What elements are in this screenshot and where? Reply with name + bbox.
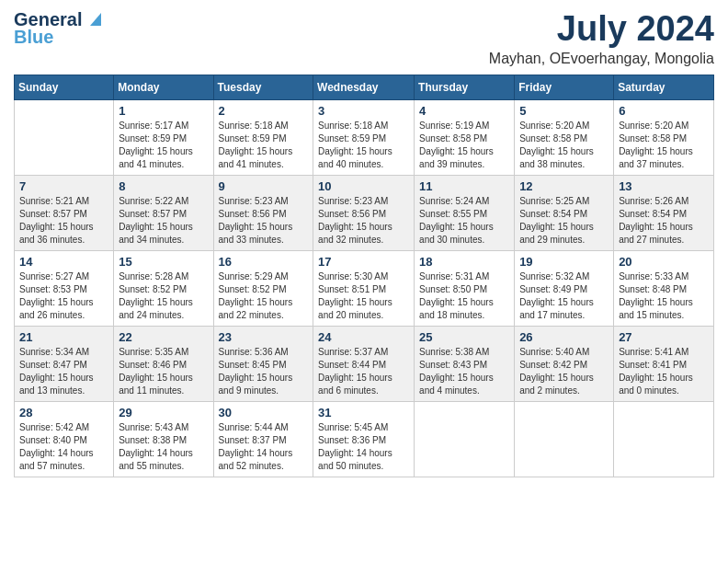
day-info: Sunrise: 5:34 AM Sunset: 8:47 PM Dayligh… [19,346,108,397]
day-info: Sunrise: 5:23 AM Sunset: 8:56 PM Dayligh… [219,195,309,247]
calendar-cell: 29 Sunrise: 5:43 AM Sunset: 8:38 PM Dayl… [114,402,213,477]
calendar-table: SundayMondayTuesdayWednesdayThursdayFrid… [14,75,714,477]
calendar-cell: 10 Sunrise: 5:23 AM Sunset: 8:56 PM Dayl… [313,176,415,251]
day-number: 30 [219,406,309,419]
calendar-cell: 6 Sunrise: 5:20 AM Sunset: 8:58 PM Dayli… [614,100,714,176]
calendar-cell: 12 Sunrise: 5:25 AM Sunset: 8:54 PM Dayl… [515,176,614,251]
calendar-cell: 3 Sunrise: 5:18 AM Sunset: 8:59 PM Dayli… [313,100,415,176]
day-number: 18 [419,255,509,269]
day-info: Sunrise: 5:36 AM Sunset: 8:45 PM Dayligh… [219,346,309,397]
calendar-cell [15,100,114,176]
day-info: Sunrise: 5:21 AM Sunset: 8:57 PM Dayligh… [19,195,108,247]
day-number: 26 [519,330,609,344]
day-info: Sunrise: 5:44 AM Sunset: 8:37 PM Dayligh… [219,421,309,473]
day-info: Sunrise: 5:23 AM Sunset: 8:56 PM Dayligh… [318,195,409,247]
calendar-cell: 13 Sunrise: 5:26 AM Sunset: 8:54 PM Dayl… [614,176,714,251]
logo-icon [83,9,101,28]
day-number: 5 [519,104,609,118]
calendar-cell: 5 Sunrise: 5:20 AM Sunset: 8:58 PM Dayli… [515,100,614,176]
day-number: 23 [219,330,309,344]
day-info: Sunrise: 5:25 AM Sunset: 8:54 PM Dayligh… [519,195,609,247]
day-number: 21 [19,330,108,344]
calendar-cell: 14 Sunrise: 5:27 AM Sunset: 8:53 PM Dayl… [15,251,114,327]
week-row-4: 21 Sunrise: 5:34 AM Sunset: 8:47 PM Dayl… [15,327,714,402]
day-number: 25 [419,330,509,344]
calendar-cell [515,402,614,477]
day-info: Sunrise: 5:37 AM Sunset: 8:44 PM Dayligh… [318,346,409,397]
subtitle: Mayhan, OEvoerhangay, Mongolia [489,51,714,67]
calendar-cell [614,402,714,477]
calendar-cell: 31 Sunrise: 5:45 AM Sunset: 8:36 PM Dayl… [313,402,415,477]
calendar-cell: 23 Sunrise: 5:36 AM Sunset: 8:45 PM Dayl… [213,327,313,402]
day-number: 3 [318,104,409,118]
day-info: Sunrise: 5:42 AM Sunset: 8:40 PM Dayligh… [19,421,108,473]
header-wednesday: Wednesday [313,75,415,100]
day-info: Sunrise: 5:40 AM Sunset: 8:42 PM Dayligh… [519,346,609,397]
day-number: 24 [318,330,409,344]
day-number: 7 [19,179,108,193]
day-info: Sunrise: 5:26 AM Sunset: 8:54 PM Dayligh… [619,195,709,247]
day-number: 29 [119,406,208,419]
day-number: 28 [19,406,108,419]
calendar-cell: 18 Sunrise: 5:31 AM Sunset: 8:50 PM Dayl… [415,251,515,327]
calendar-cell: 25 Sunrise: 5:38 AM Sunset: 8:43 PM Dayl… [415,327,515,402]
day-info: Sunrise: 5:35 AM Sunset: 8:46 PM Dayligh… [119,346,208,397]
week-row-1: 1 Sunrise: 5:17 AM Sunset: 8:59 PM Dayli… [15,100,714,176]
header: General Blue July 2024 Mayhan, OEvoerhan… [14,9,714,67]
day-info: Sunrise: 5:18 AM Sunset: 8:59 PM Dayligh… [318,120,409,171]
calendar-cell: 11 Sunrise: 5:24 AM Sunset: 8:55 PM Dayl… [415,176,515,251]
day-number: 2 [219,104,309,118]
day-number: 22 [119,330,208,344]
header-thursday: Thursday [415,75,515,100]
logo-blue: Blue [14,27,53,48]
calendar-cell: 24 Sunrise: 5:37 AM Sunset: 8:44 PM Dayl… [313,327,415,402]
calendar-header-row: SundayMondayTuesdayWednesdayThursdayFrid… [15,75,714,100]
day-info: Sunrise: 5:45 AM Sunset: 8:36 PM Dayligh… [318,421,409,473]
day-number: 1 [119,104,208,118]
calendar-cell: 9 Sunrise: 5:23 AM Sunset: 8:56 PM Dayli… [213,176,313,251]
day-info: Sunrise: 5:19 AM Sunset: 8:58 PM Dayligh… [419,120,509,171]
title-area: July 2024 Mayhan, OEvoerhangay, Mongolia [489,9,714,67]
header-friday: Friday [515,75,614,100]
day-info: Sunrise: 5:24 AM Sunset: 8:55 PM Dayligh… [419,195,509,247]
svg-marker-0 [90,13,101,26]
day-info: Sunrise: 5:27 AM Sunset: 8:53 PM Dayligh… [19,270,108,322]
calendar-cell: 15 Sunrise: 5:28 AM Sunset: 8:52 PM Dayl… [114,251,213,327]
day-info: Sunrise: 5:18 AM Sunset: 8:59 PM Dayligh… [219,120,309,171]
header-monday: Monday [114,75,213,100]
calendar-cell: 20 Sunrise: 5:33 AM Sunset: 8:48 PM Dayl… [614,251,714,327]
main-title: July 2024 [489,9,714,49]
day-info: Sunrise: 5:33 AM Sunset: 8:48 PM Dayligh… [619,270,709,322]
week-row-5: 28 Sunrise: 5:42 AM Sunset: 8:40 PM Dayl… [15,402,714,477]
day-info: Sunrise: 5:22 AM Sunset: 8:57 PM Dayligh… [119,195,208,247]
calendar-cell: 17 Sunrise: 5:30 AM Sunset: 8:51 PM Dayl… [313,251,415,327]
calendar-cell: 26 Sunrise: 5:40 AM Sunset: 8:42 PM Dayl… [515,327,614,402]
calendar-cell: 19 Sunrise: 5:32 AM Sunset: 8:49 PM Dayl… [515,251,614,327]
day-number: 19 [519,255,609,269]
logo: General Blue [14,9,101,48]
day-number: 31 [318,406,409,419]
day-info: Sunrise: 5:41 AM Sunset: 8:41 PM Dayligh… [619,346,709,397]
header-saturday: Saturday [614,75,714,100]
day-info: Sunrise: 5:31 AM Sunset: 8:50 PM Dayligh… [419,270,509,322]
day-info: Sunrise: 5:20 AM Sunset: 8:58 PM Dayligh… [619,120,709,171]
day-info: Sunrise: 5:32 AM Sunset: 8:49 PM Dayligh… [519,270,609,322]
header-sunday: Sunday [15,75,114,100]
calendar-cell: 7 Sunrise: 5:21 AM Sunset: 8:57 PM Dayli… [15,176,114,251]
day-info: Sunrise: 5:30 AM Sunset: 8:51 PM Dayligh… [318,270,409,322]
calendar-cell: 30 Sunrise: 5:44 AM Sunset: 8:37 PM Dayl… [213,402,313,477]
day-info: Sunrise: 5:38 AM Sunset: 8:43 PM Dayligh… [419,346,509,397]
day-number: 16 [219,255,309,269]
calendar-cell: 8 Sunrise: 5:22 AM Sunset: 8:57 PM Dayli… [114,176,213,251]
day-number: 20 [619,255,709,269]
day-info: Sunrise: 5:17 AM Sunset: 8:59 PM Dayligh… [119,120,208,171]
day-number: 27 [619,330,709,344]
day-number: 8 [119,179,208,193]
day-info: Sunrise: 5:20 AM Sunset: 8:58 PM Dayligh… [519,120,609,171]
calendar-cell: 2 Sunrise: 5:18 AM Sunset: 8:59 PM Dayli… [213,100,313,176]
calendar-cell [415,402,515,477]
day-info: Sunrise: 5:43 AM Sunset: 8:38 PM Dayligh… [119,421,208,473]
day-number: 4 [419,104,509,118]
calendar-cell: 22 Sunrise: 5:35 AM Sunset: 8:46 PM Dayl… [114,327,213,402]
day-number: 12 [519,179,609,193]
